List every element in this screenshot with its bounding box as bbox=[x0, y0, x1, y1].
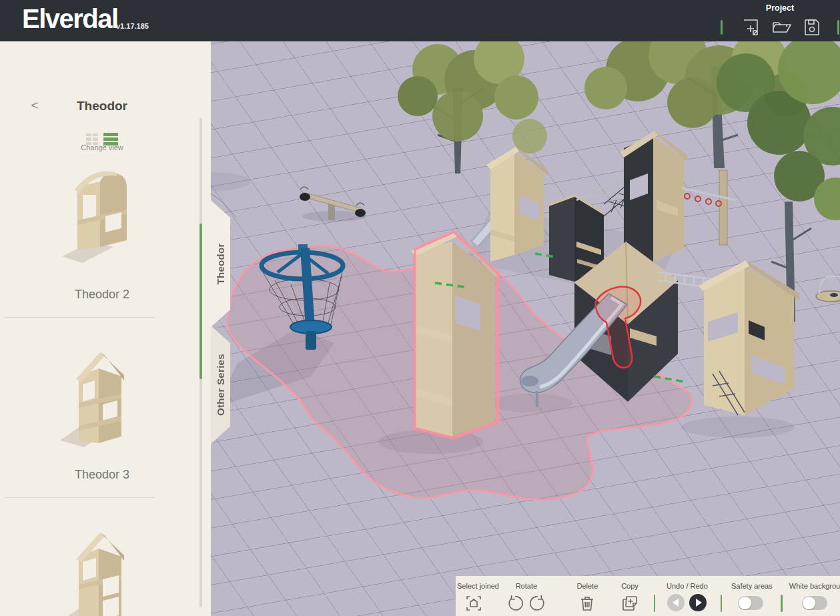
header-divider-right bbox=[837, 20, 839, 35]
toggle-knob bbox=[803, 597, 815, 609]
white-background-label: White background bbox=[789, 582, 840, 590]
bottom-toolbar: Select joined Rotate bbox=[456, 576, 840, 616]
project-label: Project bbox=[759, 3, 801, 13]
change-view-caption: Change view bbox=[0, 143, 204, 151]
toolbar-divider bbox=[721, 595, 722, 612]
select-joined-group: Select joined bbox=[457, 576, 490, 616]
undo-icon bbox=[673, 599, 679, 607]
app-version: v1.17.185 bbox=[116, 22, 149, 30]
trash-icon bbox=[578, 605, 596, 615]
select-joined-icon bbox=[464, 605, 483, 615]
product-thumbnail bbox=[52, 522, 152, 616]
rotate-ccw-button[interactable] bbox=[506, 594, 524, 613]
ring-beam[interactable] bbox=[682, 170, 737, 245]
rotate-ccw-icon bbox=[506, 605, 524, 615]
save-floppy-icon bbox=[803, 29, 821, 39]
undo-redo-label: Undo / Redo bbox=[666, 582, 708, 590]
rotate-cw-button[interactable] bbox=[528, 594, 547, 613]
tab-other-series[interactable]: Other Series bbox=[211, 326, 230, 444]
playground-scene bbox=[211, 41, 840, 616]
select-joined-button[interactable] bbox=[464, 594, 483, 613]
elverdal-app: Elverdal v1.17.185 Project bbox=[0, 0, 840, 616]
open-project-button[interactable] bbox=[771, 17, 790, 37]
product-label: Theodor 3 bbox=[13, 468, 191, 482]
product-thumbnail bbox=[52, 342, 152, 461]
safety-areas-label: Safety areas bbox=[731, 582, 770, 590]
delete-label: Delete bbox=[576, 582, 600, 590]
rotate-group: Rotate bbox=[505, 576, 547, 616]
list-item-theodor-2[interactable]: Theodor 2 bbox=[13, 156, 191, 336]
seesaw[interactable] bbox=[300, 187, 366, 222]
toolbar-divider bbox=[654, 595, 655, 612]
white-background-toggle[interactable] bbox=[802, 596, 827, 610]
new-project-button[interactable] bbox=[741, 17, 760, 37]
design-canvas[interactable] bbox=[211, 41, 840, 616]
sidebar-title: Theodor bbox=[0, 99, 204, 113]
rotate-cw-icon bbox=[528, 605, 547, 615]
play-tower-right[interactable] bbox=[699, 260, 799, 415]
white-background-group: White background bbox=[789, 576, 840, 616]
delete-group: Delete bbox=[576, 576, 600, 616]
list-item-theodor-3[interactable]: Theodor 3 bbox=[13, 336, 191, 517]
copy-label: Copy bbox=[618, 582, 642, 590]
tab-label: Other Series bbox=[215, 354, 226, 416]
redo-icon bbox=[696, 599, 702, 607]
copy-icon bbox=[620, 605, 639, 615]
product-thumbnail bbox=[52, 162, 152, 281]
list-divider bbox=[5, 317, 155, 318]
toolbar-divider bbox=[781, 595, 782, 612]
toggle-knob bbox=[739, 597, 751, 609]
selected-tower[interactable] bbox=[411, 232, 498, 438]
undo-redo-group: Undo / Redo bbox=[666, 576, 708, 616]
carousel[interactable] bbox=[816, 276, 840, 302]
view-toggle bbox=[0, 127, 204, 145]
rotate-label: Rotate bbox=[505, 582, 547, 590]
select-joined-label: Select joined bbox=[457, 582, 490, 590]
tab-label: Theodor bbox=[215, 243, 226, 284]
dark-roof-tower-back[interactable] bbox=[620, 131, 687, 262]
redo-button[interactable] bbox=[689, 594, 707, 611]
product-label: Theodor 2 bbox=[13, 288, 191, 302]
product-list: Theodor 2 T bbox=[0, 156, 204, 616]
copy-button[interactable] bbox=[620, 594, 639, 613]
safety-areas-toggle[interactable] bbox=[738, 596, 763, 610]
safety-areas-group: Safety areas bbox=[731, 576, 770, 616]
sidebar-scrollbar-thumb[interactable] bbox=[199, 224, 202, 379]
sidebar-scrollbar-track[interactable] bbox=[199, 118, 202, 607]
list-divider bbox=[5, 497, 155, 498]
app-logo: Elverdal bbox=[22, 4, 118, 34]
undo-button[interactable] bbox=[667, 594, 685, 611]
app-header: Elverdal v1.17.185 Project bbox=[0, 0, 840, 41]
delete-button[interactable] bbox=[578, 594, 596, 613]
save-project-button[interactable] bbox=[803, 17, 821, 37]
tab-theodor[interactable]: Theodor bbox=[211, 200, 230, 327]
list-item-theodor-4[interactable]: Theodor 4 bbox=[13, 517, 191, 616]
copy-group: Copy bbox=[618, 576, 642, 616]
header-divider bbox=[721, 20, 723, 35]
product-sidebar: < Theodor Change view bbox=[0, 41, 211, 616]
folder-open-icon bbox=[771, 29, 791, 39]
play-tower-topleft[interactable] bbox=[470, 147, 547, 262]
